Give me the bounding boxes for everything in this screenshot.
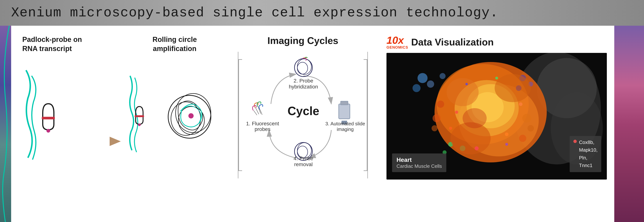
heart-label-box: Heart Cardiac Muscle Cells bbox=[392, 153, 446, 172]
section-padlock: Padlock-probe on RNA transcript bbox=[18, 35, 108, 214]
svg-point-70 bbox=[519, 102, 522, 106]
svg-point-69 bbox=[449, 127, 452, 130]
header-bar: Xenium microscopy-based single cell expr… bbox=[0, 0, 644, 26]
padlock-svg bbox=[22, 61, 78, 163]
svg-text:1. Fluorescent: 1. Fluorescent bbox=[246, 121, 279, 127]
svg-rect-16 bbox=[339, 104, 350, 119]
svg-point-66 bbox=[495, 77, 498, 79]
content-area: Padlock-probe on RNA transcript bbox=[11, 26, 614, 222]
svg-marker-2 bbox=[110, 137, 121, 146]
svg-point-56 bbox=[432, 114, 440, 122]
dataviz-title: Data Visualization bbox=[411, 37, 494, 48]
logo-genomics-text: GENOMICS bbox=[386, 45, 408, 49]
svg-point-57 bbox=[432, 125, 438, 131]
rolling-label: Rolling circle amplification bbox=[152, 35, 197, 53]
gene-legend-box: Cox8b, Mapk10, Pln, Tnnc1 bbox=[570, 136, 601, 172]
section-dataviz: 10x GENOMICS Data Visualization bbox=[379, 35, 607, 214]
svg-line-28 bbox=[254, 110, 257, 115]
svg-point-60 bbox=[528, 125, 534, 132]
svg-point-12 bbox=[297, 59, 312, 74]
svg-point-65 bbox=[505, 132, 508, 136]
svg-text:imaging: imaging bbox=[337, 127, 354, 132]
section-rolling: Rolling circle amplification bbox=[123, 35, 227, 214]
main-content: Padlock-probe on RNA transcript bbox=[0, 26, 644, 222]
svg-point-63 bbox=[455, 111, 458, 114]
svg-text:3. Automated slide: 3. Automated slide bbox=[325, 121, 365, 127]
tenx-logo: 10x GENOMICS bbox=[386, 35, 408, 49]
padlock-label: Padlock-probe on RNA transcript bbox=[22, 35, 82, 53]
arrow-svg-1 bbox=[108, 136, 123, 147]
svg-point-55 bbox=[446, 78, 479, 106]
svg-text:removal: removal bbox=[294, 161, 313, 167]
svg-text:Cycle: Cycle bbox=[288, 104, 320, 118]
svg-text:hybridization: hybridization bbox=[289, 84, 318, 90]
svg-point-46 bbox=[440, 73, 446, 79]
svg-point-62 bbox=[463, 108, 486, 128]
heart-label-title: Heart bbox=[396, 156, 442, 163]
right-sidebar-decoration bbox=[614, 26, 644, 222]
svg-point-45 bbox=[412, 84, 420, 92]
svg-point-61 bbox=[519, 135, 526, 142]
cycle-svg: 2. Probe hybridization 3. Automated slid… bbox=[238, 52, 368, 178]
svg-point-58 bbox=[437, 100, 444, 108]
svg-rect-17 bbox=[340, 101, 348, 105]
svg-rect-3 bbox=[135, 115, 144, 117]
svg-point-44 bbox=[427, 80, 434, 88]
section-imaging: Imaging Cycles bbox=[227, 35, 379, 214]
padlock-illustration bbox=[22, 61, 78, 163]
svg-point-43 bbox=[418, 73, 428, 83]
svg-point-54 bbox=[494, 74, 531, 102]
svg-point-68 bbox=[505, 143, 508, 146]
svg-point-9 bbox=[188, 113, 194, 119]
svg-point-13 bbox=[297, 62, 308, 74]
svg-point-67 bbox=[474, 146, 479, 151]
svg-line-26 bbox=[256, 108, 259, 114]
svg-text:2. Probe: 2. Probe bbox=[294, 78, 313, 84]
data-image-container: Heart Cardiac Muscle Cells Cox8b, Mapk10… bbox=[386, 53, 607, 180]
dataviz-header: 10x GENOMICS Data Visualization bbox=[386, 35, 607, 49]
svg-point-59 bbox=[522, 114, 531, 123]
rolling-circle-svg bbox=[126, 57, 223, 161]
svg-text:probes: probes bbox=[254, 126, 270, 132]
arrow-padlock-to-rolling bbox=[108, 69, 123, 214]
svg-point-4 bbox=[138, 124, 141, 126]
legend-genes: Cox8b, Mapk10, Pln, Tnnc1 bbox=[579, 139, 598, 169]
page-title: Xenium microscopy-based single cell expr… bbox=[11, 5, 498, 21]
left-deco-svg bbox=[0, 26, 11, 222]
heart-label-subtitle: Cardiac Muscle Cells bbox=[396, 163, 442, 169]
imaging-cycles-title: Imaging Cycles bbox=[267, 35, 338, 46]
legend-dot bbox=[574, 140, 577, 143]
svg-point-1 bbox=[46, 129, 50, 133]
svg-point-64 bbox=[466, 83, 468, 85]
cycle-diagram: 2. Probe hybridization 3. Automated slid… bbox=[238, 52, 368, 178]
left-sidebar-decoration bbox=[0, 26, 11, 222]
logo-10x-text: 10x bbox=[386, 35, 404, 45]
svg-rect-0 bbox=[42, 117, 55, 119]
svg-text:4. Probe: 4. Probe bbox=[294, 156, 313, 161]
